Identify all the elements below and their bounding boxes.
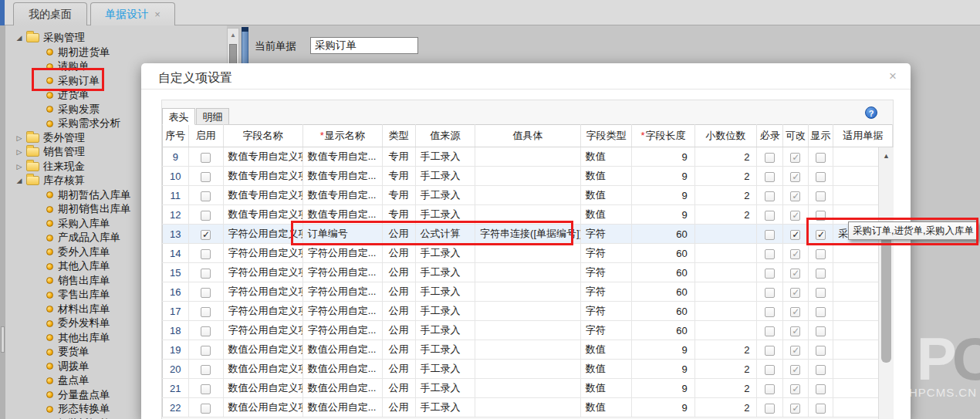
modifiable-checkbox[interactable] (790, 211, 800, 221)
enable-checkbox[interactable] (201, 153, 211, 163)
enable-checkbox[interactable] (201, 230, 211, 240)
dialog-title: 自定义项设置 (158, 70, 232, 86)
dialog-close-icon[interactable]: × (889, 69, 897, 84)
required-checkbox[interactable] (765, 153, 775, 163)
table-row-15[interactable]: 15字符公用自定义项3字符公用自定...公用手工录入字符60 (163, 263, 893, 282)
required-checkbox[interactable] (765, 249, 775, 259)
current-doc-input[interactable] (310, 37, 418, 54)
visible-checkbox[interactable] (816, 384, 826, 394)
table-row-13[interactable]: 13字符公用自定义项1订单编号公用公式计算字符串连接([单据编号])字符60采购… (163, 225, 893, 244)
modifiable-checkbox[interactable] (790, 326, 800, 336)
table-row-12[interactable]: 12数值专用自定义项6数值专用自定...专用手工录入数值92 (163, 205, 893, 225)
visible-checkbox[interactable] (816, 326, 826, 336)
modifiable-checkbox[interactable] (790, 153, 800, 163)
modifiable-checkbox[interactable] (790, 404, 800, 414)
sidebar-scroll-up-icon[interactable]: ▲ (228, 32, 238, 39)
visible-checkbox[interactable] (816, 307, 826, 317)
enable-checkbox[interactable] (201, 249, 211, 259)
visible-checkbox[interactable] (816, 153, 826, 163)
visible-checkbox[interactable] (816, 191, 826, 201)
required-checkbox[interactable] (765, 307, 775, 317)
tab-my-desktop[interactable]: 我的桌面 (13, 2, 87, 25)
modifiable-checkbox[interactable] (790, 230, 800, 240)
visible-checkbox[interactable] (816, 269, 826, 279)
table-row-22[interactable]: 22数值公用自定义项4数值公用自定...公用手工录入数值92 (163, 398, 893, 417)
table-scroll-up-icon[interactable]: ▲ (879, 152, 894, 160)
visible-checkbox[interactable] (816, 346, 826, 356)
collapsed-icon[interactable]: ▷ (14, 148, 25, 156)
visible-checkbox[interactable] (816, 230, 826, 240)
enable-checkbox[interactable] (201, 346, 211, 356)
enable-checkbox[interactable] (201, 307, 211, 317)
table-row-9[interactable]: 9数值专用自定义项3数值专用自定...专用手工录入数值92 (163, 147, 893, 167)
visible-cell (808, 321, 833, 340)
expanded-icon[interactable]: ◢ (14, 34, 25, 42)
visible-checkbox[interactable] (816, 404, 826, 414)
modifiable-checkbox[interactable] (790, 365, 800, 375)
table-row-21[interactable]: 21数值公用自定义项3数值公用自定...公用手工录入数值92 (163, 379, 893, 398)
enable-checkbox[interactable] (201, 326, 211, 336)
row-number: 10 (163, 167, 189, 186)
visible-checkbox[interactable] (816, 172, 826, 182)
enable-checkbox[interactable] (201, 404, 211, 414)
current-doc-label: 当前单据 (255, 39, 296, 53)
table-row-16[interactable]: 16字符公用自定义项4字符公用自定...公用手工录入字符60 (163, 282, 893, 302)
required-checkbox[interactable] (765, 172, 775, 182)
required-checkbox[interactable] (765, 230, 775, 240)
tree-folder-采购管理[interactable]: ◢采购管理 (5, 31, 227, 46)
enable-checkbox[interactable] (201, 172, 211, 182)
required-checkbox[interactable] (765, 288, 775, 298)
modifiable-checkbox[interactable] (790, 269, 800, 279)
modifiable-checkbox[interactable] (790, 172, 800, 182)
visible-checkbox[interactable] (816, 365, 826, 375)
visible-checkbox[interactable] (816, 288, 826, 298)
enable-checkbox[interactable] (201, 384, 211, 394)
tab-close-icon[interactable]: × (154, 8, 161, 20)
table-row-19[interactable]: 19数值公用自定义项1数值公用自定...公用手工录入数值92 (163, 340, 893, 360)
enable-checkbox[interactable] (201, 288, 211, 298)
required-checkbox[interactable] (765, 346, 775, 356)
help-icon[interactable]: ? (865, 106, 877, 119)
visible-checkbox[interactable] (816, 211, 826, 221)
required-checkbox[interactable] (765, 269, 775, 279)
visible-cell (808, 205, 833, 225)
required-checkbox[interactable] (765, 211, 775, 221)
table-scroll-thumb[interactable] (881, 235, 891, 363)
field-name: 数值公用自定义项4 (223, 398, 302, 417)
field-name: 数值公用自定义项2 (223, 360, 302, 379)
enable-checkbox[interactable] (201, 365, 211, 375)
table-scrollbar[interactable]: ▲ ▼ (878, 147, 894, 419)
table-row-14[interactable]: 14字符公用自定义项2字符公用自定...公用手工录入字符60 (163, 244, 893, 263)
field-scope: 公用 (382, 360, 415, 379)
tab-table-detail[interactable]: 明细 (196, 108, 229, 125)
modifiable-checkbox[interactable] (790, 249, 800, 259)
required-checkbox[interactable] (765, 404, 775, 414)
table-row-20[interactable]: 20数值公用自定义项2数值公用自定...公用手工录入数值92 (163, 360, 893, 379)
table-row-11[interactable]: 11数值专用自定义项5数值专用自定...专用手工录入数值92 (163, 186, 893, 205)
collapsed-icon[interactable]: ▷ (14, 134, 25, 142)
decimal-places (694, 321, 757, 340)
collapse-grip[interactable] (1, 326, 5, 353)
required-checkbox[interactable] (765, 191, 775, 201)
enable-checkbox[interactable] (201, 211, 211, 221)
tab-table-header[interactable]: 表头 (162, 108, 195, 125)
required-checkbox[interactable] (765, 365, 775, 375)
tree-item-期初进货单[interactable]: 期初进货单 (5, 46, 227, 60)
visible-checkbox[interactable] (816, 249, 826, 259)
modifiable-checkbox[interactable] (790, 191, 800, 201)
bullet-icon (46, 320, 53, 327)
required-checkbox[interactable] (765, 326, 775, 336)
required-checkbox[interactable] (765, 384, 775, 394)
table-row-18[interactable]: 18字符公用自定义项6字符公用自定...公用手工录入字符60 (163, 321, 893, 340)
modifiable-checkbox[interactable] (790, 288, 800, 298)
modifiable-checkbox[interactable] (790, 384, 800, 394)
tab-document-design[interactable]: 单据设计× (90, 2, 175, 25)
enable-checkbox[interactable] (201, 269, 211, 279)
modifiable-checkbox[interactable] (790, 307, 800, 317)
table-row-10[interactable]: 10数值专用自定义项4数值专用自定...专用手工录入数值92 (163, 167, 893, 186)
modifiable-checkbox[interactable] (790, 346, 800, 356)
expanded-icon[interactable]: ◢ (14, 177, 25, 184)
table-row-17[interactable]: 17字符公用自定义项5字符公用自定...公用手工录入字符60 (163, 302, 893, 321)
enable-checkbox[interactable] (201, 191, 211, 201)
collapsed-icon[interactable]: ▷ (14, 163, 25, 171)
